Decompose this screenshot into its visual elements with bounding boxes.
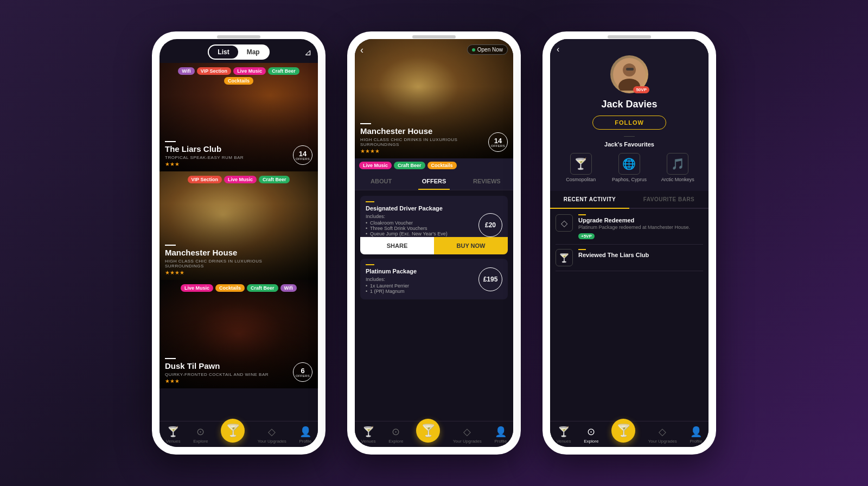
phone-1: List Map ⊿ Wifi VIP Section Live Music C…: [152, 31, 326, 455]
tag-vip-2: VIP Section: [188, 176, 222, 183]
nav-profile-1[interactable]: 👤 Profile: [299, 426, 311, 444]
offer-2-item-1: 1x Laurent Perrier: [366, 283, 475, 289]
p3-back-btn[interactable]: ‹: [557, 44, 559, 54]
venues-label-2: Venues: [361, 439, 376, 444]
venue-3-line: [165, 358, 176, 359]
nav-venues-3[interactable]: 🍸 Venues: [557, 426, 571, 444]
phone-notch-3: [608, 35, 651, 39]
venue-card-3[interactable]: Live Music Cocktails Craft Beer Wifi Dus…: [159, 280, 318, 388]
p3-tab-bars[interactable]: FAVOURITE BARS: [629, 191, 709, 208]
open-dot: [472, 48, 475, 52]
offer-1-title: Designated Driver Package: [366, 205, 475, 212]
p2-back-btn[interactable]: ‹: [360, 44, 363, 56]
p2-tab-offers[interactable]: OFFERS: [407, 172, 460, 190]
offer-2-price: £195: [478, 267, 502, 291]
upgrades-label-2: Your Upgrades: [453, 439, 482, 444]
tag-vip-1: VIP Section: [197, 67, 231, 75]
venues-icon-1: 🍸: [167, 426, 179, 438]
activity-content-1: Upgrade Redeemed Platinum Package redeem…: [578, 214, 703, 240]
vp-badge: 50VP: [633, 86, 649, 93]
p2-tab-about[interactable]: ABOUT: [355, 172, 407, 190]
phone2-bottom-nav: 🍸 Venues ⊙ Explore 🍸 ◇ Your Upgrades 👤 P…: [355, 421, 513, 447]
p2-tag-craft: Craft Beer: [394, 162, 425, 169]
venue-3-offers-num: 6: [301, 367, 304, 374]
view-toggle[interactable]: List Map: [208, 44, 269, 60]
offer-1-includes: Includes:: [366, 214, 475, 219]
nav-profile-3[interactable]: 👤 Profile: [690, 426, 702, 444]
venue-1-offers: 14 OFFERS: [293, 145, 312, 165]
venue-3-stars: ★★★: [165, 378, 291, 384]
tag-live-2: Live Music: [224, 176, 257, 183]
nav-center-1[interactable]: 🍸: [221, 419, 245, 443]
offer-2-item-2: 1 (PR) Magnum: [366, 289, 475, 294]
nav-profile-2[interactable]: 👤 Profile: [494, 426, 507, 444]
venue-1-stars: ★★★: [165, 161, 291, 167]
upgrades-icon-1: ◇: [268, 426, 276, 438]
tag-live-3: Live Music: [181, 284, 213, 292]
open-now-badge: Open Now: [467, 44, 508, 55]
p2-tags-row: Live Music Craft Beer Cocktails: [355, 158, 513, 172]
p2-hero: ‹ Open Now Manchester House HIGH CLASS C…: [355, 39, 513, 158]
venues-icon-3: 🍸: [558, 426, 570, 438]
nav-upgrades-2[interactable]: ◇ Your Upgrades: [453, 426, 482, 444]
activity-title-1: Upgrade Redeemed: [578, 217, 703, 223]
p2-venue-info: Manchester House HIGH CLASS CHIC DRINKS …: [360, 123, 486, 154]
venue-2-tags: VIP Section Live Music Craft Beer: [159, 176, 318, 183]
upgrades-icon-3: ◇: [659, 426, 666, 438]
activity-icon-review: 🍸: [556, 249, 573, 266]
fav-item-cocktail: 🍸 Cosmopolitan: [559, 153, 603, 182]
p2-offers-badge: 14 OFFERS: [488, 132, 508, 152]
nav-center-3[interactable]: 🍸: [611, 419, 635, 443]
fav-label-cosmopolitan: Cosmopolitan: [566, 177, 596, 182]
tag-craft-3: Craft Beer: [247, 284, 278, 292]
venue-3-info: Dusk Til Pawn QUIRKY-FRONTED COCKTAIL AN…: [165, 358, 291, 384]
nav-explore-2[interactable]: ⊙ Explore: [388, 426, 403, 444]
activity-icon-upgrade: ◇: [556, 214, 573, 232]
p3-activity-tabs: RECENT ACTIVITY FAVOURITE BARS: [550, 191, 709, 209]
phone-2: ‹ Open Now Manchester House HIGH CLASS C…: [347, 31, 521, 455]
profile-icon-3: 👤: [690, 426, 702, 438]
phone1-header: List Map ⊿: [159, 39, 318, 63]
nav-explore-3[interactable]: ⊙ Explore: [584, 426, 598, 444]
p2-tabs: ABOUT OFFERS REVIEWS: [355, 172, 513, 190]
favourites-row: 🍸 Cosmopolitan 🌐 Paphos, Cyprus 🎵 Arctic…: [557, 153, 702, 182]
nav-venues-1[interactable]: 🍸 Venues: [166, 426, 181, 444]
venue-card-2[interactable]: VIP Section Live Music Craft Beer Manche…: [159, 171, 318, 280]
tag-craft-1: Craft Beer: [268, 67, 299, 75]
offer-1-item-1: Cloakroom Voucher: [366, 220, 475, 226]
offer-1-item-2: Three Soft Drink Vouchers: [366, 226, 475, 231]
phone1-bottom-nav: 🍸 Venues ⊙ Explore 🍸 ◇ Your Upgrades 👤 P…: [159, 421, 318, 447]
fav-icon-globe: 🌐: [618, 153, 640, 175]
nav-upgrades-3[interactable]: ◇ Your Upgrades: [648, 426, 677, 444]
fav-item-place: 🌐 Paphos, Cyprus: [608, 153, 651, 182]
share-btn[interactable]: SHARE: [360, 237, 434, 254]
follow-button[interactable]: FOLLOW: [592, 116, 666, 130]
p2-tab-reviews[interactable]: REVIEWS: [461, 172, 513, 190]
list-toggle-btn[interactable]: List: [209, 46, 238, 59]
venue-2-subtitle: HIGH CLASS CHIC DRINKS IN LUXURIOUS SURR…: [165, 259, 291, 268]
venue-3-offers-lbl: OFFERS: [296, 374, 310, 378]
vp-small-badge-1: +5VP: [578, 233, 595, 239]
venue-3-name: Dusk Til Pawn: [165, 361, 291, 371]
filter-icon[interactable]: ⊿: [304, 47, 311, 57]
nav-center-2[interactable]: 🍸: [416, 419, 440, 443]
venue-card-1[interactable]: Wifi VIP Section Live Music Craft Beer C…: [159, 63, 318, 171]
map-toggle-btn[interactable]: Map: [238, 46, 269, 59]
nav-explore-1[interactable]: ⊙ Explore: [193, 426, 208, 444]
p3-tab-recent[interactable]: RECENT ACTIVITY: [550, 191, 629, 209]
nav-upgrades-1[interactable]: ◇ Your Upgrades: [258, 426, 286, 444]
p2-content: Designated Driver Package Includes: Cloa…: [355, 190, 513, 421]
p2-offers-num: 14: [494, 137, 502, 144]
p2-venue-name: Manchester House: [360, 126, 486, 136]
venues-label-3: Venues: [557, 439, 571, 444]
fav-item-music: 🎵 Arctic Monkeys: [656, 153, 699, 182]
buy-btn[interactable]: BUY NOW: [434, 237, 508, 254]
p2-venue-line: [360, 123, 371, 124]
offer-1-item-3: Queue Jump (Exc. New Year's Eve): [366, 231, 475, 236]
offer-2-includes: Includes:: [366, 277, 475, 282]
phone-3-inner: ‹ 50VP Jack Davies FOLLOW Jack's Favouri…: [550, 39, 709, 447]
venue-3-subtitle: QUIRKY-FRONTED COCKTAIL AND WINE BAR: [165, 372, 291, 377]
venues-list: Wifi VIP Section Live Music Craft Beer C…: [159, 63, 318, 421]
nav-venues-2[interactable]: 🍸 Venues: [361, 426, 376, 444]
profile-label-1: Profile: [299, 439, 311, 444]
